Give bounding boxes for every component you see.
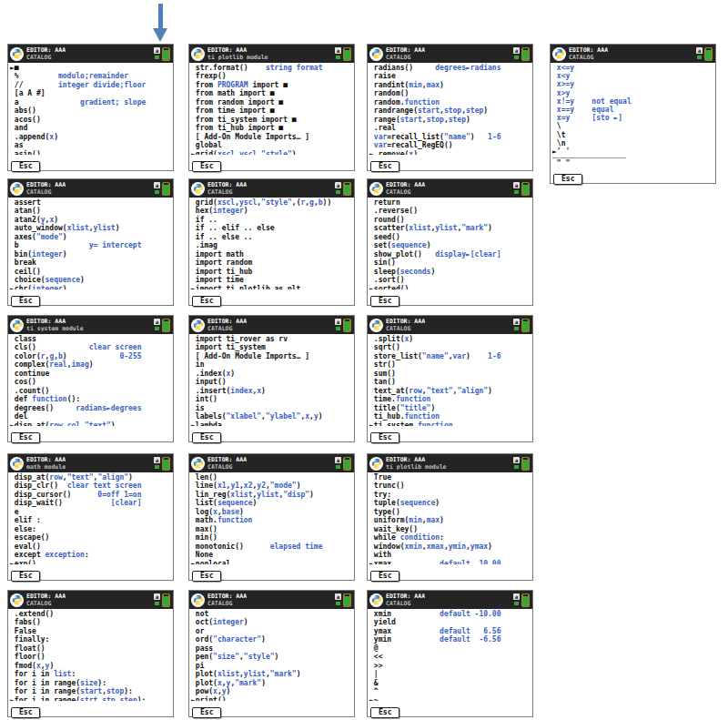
catalog-line: from random import ■ xyxy=(191,98,354,106)
catalog-line: fmod(x,y) xyxy=(10,662,173,670)
catalog-line: x!=y not equal xyxy=(552,97,715,106)
catalog-list: radians() degrees►radians raise randint(… xyxy=(368,63,532,155)
catalog-line: import random xyxy=(191,259,354,267)
screen-title: EDITOR: AAA xyxy=(569,47,608,54)
catalog-line: x==y equal xyxy=(552,106,715,114)
catalog-list: disp_at(row,"text","align") disp_clr() c… xyxy=(8,472,173,564)
catalog-line: seed() xyxy=(369,233,532,241)
screen-title: EDITOR: AAA xyxy=(26,319,84,325)
catalog-list: not oct(integer) or ord("character") pas… xyxy=(189,609,354,701)
esc-button[interactable]: Esc xyxy=(11,161,40,172)
busy-indicator-icon xyxy=(697,56,702,59)
esc-button[interactable]: Esc xyxy=(370,296,399,307)
catalog-line: from PROGRAM import ■ xyxy=(191,81,354,89)
esc-button[interactable]: Esc xyxy=(553,174,582,185)
esc-button[interactable]: Esc xyxy=(11,707,40,718)
esc-button[interactable]: Esc xyxy=(370,432,399,443)
esc-button[interactable]: Esc xyxy=(370,707,399,718)
python-logo-icon xyxy=(371,319,382,330)
catalog-line: title("title") xyxy=(369,404,532,412)
esc-button[interactable]: Esc xyxy=(370,161,399,172)
screen-subtitle: CATALOG xyxy=(386,601,425,607)
esc-button[interactable]: Esc xyxy=(192,161,221,172)
calculator-screen: EDITOR: AAACATALOG a .extend() fabs() Fa… xyxy=(7,590,174,717)
catalog-line: and xyxy=(10,124,173,132)
alpha-indicator-icon: a xyxy=(335,182,341,188)
battery-icon xyxy=(162,319,170,332)
esc-button[interactable]: Esc xyxy=(11,571,40,582)
esc-button[interactable]: Esc xyxy=(11,296,40,307)
esc-button[interactable]: Esc xyxy=(192,296,221,307)
catalog-line: True xyxy=(369,473,532,482)
screen-subtitle: ti_plotlib module xyxy=(207,55,268,61)
catalog-line: wait_key() xyxy=(369,525,532,533)
python-logo-icon xyxy=(371,594,382,605)
esc-button[interactable]: Esc xyxy=(192,707,221,718)
catalog-line: for i in list: xyxy=(10,670,173,678)
busy-indicator-icon xyxy=(514,190,519,194)
esc-button[interactable]: Esc xyxy=(192,571,221,582)
catalog-line: list(sequence) xyxy=(191,499,354,507)
catalog-line: pen("size","style") xyxy=(191,653,354,661)
python-logo-icon xyxy=(12,594,23,605)
screen-header: EDITOR: AAACATALOG a xyxy=(189,316,354,334)
esc-button[interactable]: Esc xyxy=(370,571,399,582)
esc-button[interactable]: Esc xyxy=(192,432,221,443)
catalog-line: import time xyxy=(191,276,354,284)
screen-title: EDITOR: AAA xyxy=(207,319,247,325)
catalog-line: max() xyxy=(191,525,354,533)
screen-header: EDITOR: AAACATALOG a xyxy=(189,454,354,472)
catalog-line: while condition: xyxy=(369,533,532,542)
catalog-line: as xyxy=(10,141,173,149)
catalog-line: round() xyxy=(369,216,532,224)
catalog-line: disp_clr() clear text screen xyxy=(10,482,173,490)
screen-subtitle: CATALOG xyxy=(26,55,66,61)
battery-icon xyxy=(704,47,713,61)
alpha-indicator-icon: a xyxy=(513,182,520,188)
catalog-line: from ti_hub import ■ xyxy=(191,124,354,132)
catalog-line: False xyxy=(10,627,173,635)
screen-header: EDITOR: AAACATALOG a xyxy=(551,45,715,63)
screen-subtitle: math module xyxy=(26,464,66,471)
catalog-line: if .. else .. xyxy=(191,233,354,241)
alpha-indicator-icon: a xyxy=(335,593,341,600)
catalog-line: .real xyxy=(369,124,532,132)
screen-title: EDITOR: AAA xyxy=(386,319,425,325)
catalog-list: .extend() fabs() False finally: float() … xyxy=(8,609,173,701)
screen-subtitle: CATALOG xyxy=(207,464,247,471)
catalog-line: str() xyxy=(369,360,532,369)
catalog-line: global xyxy=(191,141,354,149)
screen-title: EDITOR: AAA xyxy=(386,47,425,54)
screen-title: EDITOR: AAA xyxy=(26,593,66,600)
catalog-line: finally: xyxy=(10,635,173,644)
catalog-line: str.format() string format xyxy=(191,64,354,72)
catalog-line: store_list("name",var) 1-6 xyxy=(369,352,532,360)
busy-indicator-icon xyxy=(336,327,340,330)
catalog-line: try: xyxy=(369,491,532,499)
catalog-line: .index(x) xyxy=(191,370,354,378)
screen-header: EDITOR: AAAti_system module a xyxy=(8,316,173,334)
python-logo-icon xyxy=(193,183,204,194)
catalog-line: @ xyxy=(369,644,532,653)
catalog-line: [ Add-On Module Imports… ] xyxy=(191,133,354,141)
calculator-screen: EDITOR: AAACATALOG a import ti_rover as … xyxy=(188,315,355,442)
catalog-line: escape() xyxy=(10,533,173,542)
catalog-list: str.format() string format frexp() from … xyxy=(189,63,354,155)
catalog-line: class xyxy=(10,335,173,343)
battery-icon xyxy=(343,457,351,471)
catalog-line: atan() xyxy=(10,207,173,215)
catalog-line: or xyxy=(191,627,354,635)
catalog-line: text_at(row,"text","align") xyxy=(369,387,532,395)
catalog-line: disp_cursor() 0=off 1=on xyxy=(10,491,173,499)
alpha-indicator-icon: a xyxy=(154,593,160,600)
python-logo-icon xyxy=(193,48,204,59)
catalog-list: ►■ % modulo;remainder // integer divide;… xyxy=(8,63,173,155)
esc-button[interactable]: Esc xyxy=(11,432,40,443)
catalog-line: choice(sequence) xyxy=(10,276,173,284)
calculator-screen: EDITOR: AAACATALOG a .split(x) sqrt() st… xyxy=(367,315,533,442)
battery-icon xyxy=(521,457,530,471)
catalog-line: trunc() xyxy=(369,482,532,490)
catalog-line: min() xyxy=(191,533,354,542)
calculator-screen: EDITOR: AAACATALOG a x<=y x<y x>=y x>y x… xyxy=(550,44,716,184)
catalog-list: x<=y x<y x>=y x>y x!=y not equal x==y eq… xyxy=(551,63,715,167)
